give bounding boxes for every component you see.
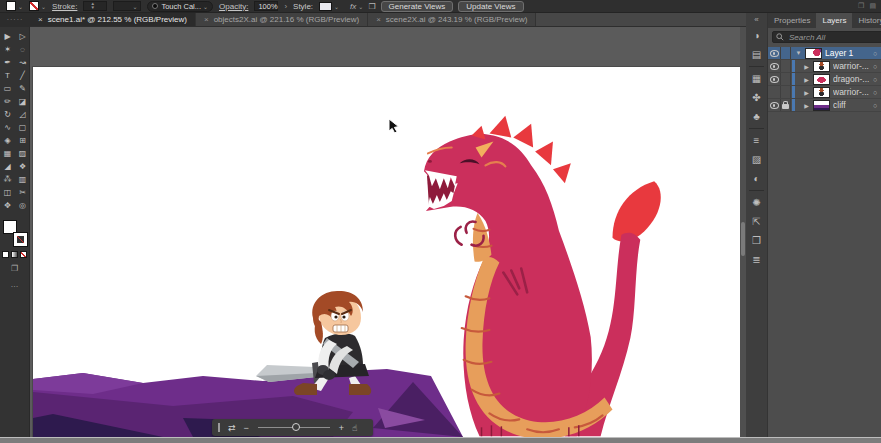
search-box[interactable] <box>772 31 881 43</box>
fill-chevron-icon[interactable]: ⌄ <box>18 3 23 10</box>
stroke-chevron-icon[interactable]: ⌄ <box>41 3 46 10</box>
gradient-panel-icon[interactable]: ▨ <box>746 150 767 169</box>
expand-chevron-icon[interactable]: ▼ <box>794 50 803 56</box>
tab-close-icon[interactable]: × <box>38 15 43 24</box>
type-tool-icon[interactable]: T <box>0 69 15 82</box>
zoom-tool-icon[interactable]: ◎ <box>15 199 30 212</box>
lock-toggle[interactable] <box>781 99 791 111</box>
layer-name[interactable]: Layer 1 <box>825 48 869 58</box>
layer-name[interactable]: dragon-... <box>833 74 869 84</box>
effects-icon[interactable]: fx <box>350 2 356 11</box>
column-graph-tool-icon[interactable]: ▥ <box>15 173 30 186</box>
layer-row[interactable]: ▶ warrior-... ○ <box>768 86 881 99</box>
line-tool-icon[interactable]: ╱ <box>15 69 30 82</box>
swatches-panel-icon[interactable]: ▤ <box>746 45 767 64</box>
stroke-weight-stepper[interactable]: ▲▼ <box>83 1 107 11</box>
toolbox-header[interactable]: ····· <box>0 13 30 27</box>
none-mode-icon[interactable] <box>20 251 27 258</box>
tab-close-icon[interactable]: × <box>204 15 209 24</box>
symbols-panel-icon[interactable]: ✤ <box>746 88 767 107</box>
warrior-illustration[interactable] <box>255 288 390 396</box>
transparency-panel-icon[interactable]: ◐ <box>746 169 767 188</box>
eyedropper-tool-icon[interactable]: ◢ <box>0 160 15 173</box>
rotate-tool-icon[interactable]: ↻ <box>0 108 15 121</box>
tab-layers[interactable]: Layers <box>816 13 852 28</box>
lock-toggle[interactable] <box>781 86 791 98</box>
style-chevron-icon[interactable]: ⌄ <box>334 3 339 10</box>
stroke-color-swatch[interactable] <box>29 1 39 11</box>
artboards-panel-icon[interactable]: ❐ <box>746 231 767 250</box>
direct-selection-tool-icon[interactable]: ▷ <box>15 30 30 43</box>
tab-properties[interactable]: Properties <box>768 13 816 28</box>
layer-thumbnail[interactable] <box>813 87 830 98</box>
lock-toggle[interactable] <box>781 47 791 59</box>
layer-row[interactable]: ▶ warrior-... ○ <box>768 60 881 73</box>
layers-panel-icon[interactable]: ≣ <box>746 250 767 269</box>
artboard-tool-icon[interactable]: ◫ <box>0 186 15 199</box>
document-setup-icon[interactable]: ❒ <box>368 2 375 11</box>
document-tab[interactable]: × objects2X.ai @ 221.16 % (RGB/Preview) <box>196 13 368 26</box>
fill-swatch[interactable] <box>3 220 17 234</box>
toolbox-overflow-icon[interactable]: … <box>0 280 29 290</box>
layer-target-icon[interactable]: ○ <box>869 63 881 70</box>
workspace-icon[interactable]: ❐ <box>858 2 864 10</box>
draw-mode-icon[interactable]: ❐ <box>0 264 29 274</box>
expand-chevron-icon[interactable]: ▶ <box>802 76 811 83</box>
touch-mode-icon[interactable]: ☝ <box>352 423 357 433</box>
scrollbar-thumb[interactable] <box>741 222 745 256</box>
brush-definition-dropdown[interactable]: Touch Cal... ⌄ <box>147 1 213 12</box>
opacity-expand-icon[interactable]: › <box>284 2 287 11</box>
zoom-slider-track[interactable] <box>258 427 330 428</box>
fill-color-swatch[interactable] <box>6 1 16 11</box>
curvature-tool-icon[interactable]: ↝ <box>15 56 30 69</box>
effects-chevron-icon[interactable]: ⌄ <box>358 3 363 10</box>
layer-row[interactable]: ▶ cliff ○ <box>768 99 881 112</box>
opacity-label[interactable]: Opacity: <box>219 2 248 11</box>
graphic-styles-panel-icon[interactable]: ♣ <box>746 107 767 126</box>
expand-chevron-icon[interactable]: ▶ <box>802 63 811 70</box>
layer-name[interactable]: cliff <box>833 100 869 110</box>
rectangle-tool-icon[interactable]: ▭ <box>0 82 15 95</box>
generate-views-button[interactable]: Generate Views <box>381 1 454 12</box>
canvas-pasteboard[interactable]: ⇄ − + ☝ <box>30 27 746 437</box>
scale-tool-icon[interactable]: ◿ <box>15 108 30 121</box>
layer-row[interactable]: ▼ Layer 1 ○ <box>768 47 881 60</box>
stroke-swatch[interactable] <box>14 233 27 246</box>
zoom-in-button[interactable]: + <box>339 423 344 433</box>
blend-tool-icon[interactable]: ❖ <box>15 160 30 173</box>
style-swatch[interactable] <box>319 2 332 11</box>
selection-tool-icon[interactable]: ▶ <box>0 30 15 43</box>
stroke-label[interactable]: Stroke: <box>52 2 77 11</box>
update-views-button[interactable]: Update Views <box>458 1 523 12</box>
tab-history[interactable]: History <box>852 13 881 28</box>
pencil-tool-icon[interactable]: ✏ <box>0 95 15 108</box>
drag-handle[interactable] <box>218 423 220 432</box>
layer-target-icon[interactable]: ○ <box>869 102 881 109</box>
layer-thumbnail[interactable] <box>813 61 830 72</box>
layer-row[interactable]: ▶ dragon-... ○ <box>768 73 881 86</box>
gradient-tool-icon[interactable]: ▨ <box>15 147 30 160</box>
artboard[interactable] <box>33 67 740 437</box>
hand-tool-icon[interactable]: ✥ <box>0 199 15 212</box>
variable-width-dropdown[interactable]: ⌄ <box>113 1 141 11</box>
width-tool-icon[interactable]: ∿ <box>0 121 15 134</box>
zoom-out-button[interactable]: − <box>244 423 249 433</box>
perspective-grid-tool-icon[interactable]: ⊞ <box>15 134 30 147</box>
layer-name[interactable]: warrior-... <box>833 61 869 71</box>
document-tab[interactable]: × scene1.ai* @ 212.55 % (RGB/Preview) <box>30 13 196 26</box>
layer-name[interactable]: warrior-... <box>833 87 869 97</box>
lock-toggle[interactable] <box>781 60 791 72</box>
app-menu-icon[interactable]: ▤ <box>869 2 876 10</box>
layer-target-icon[interactable]: ○ <box>869 89 881 96</box>
stepper-arrows-icon[interactable]: ▲▼ <box>90 2 94 10</box>
layer-target-icon[interactable]: ○ <box>869 76 881 83</box>
color-panel-icon[interactable]: ◑ <box>746 26 767 45</box>
layer-thumbnail[interactable] <box>805 48 822 59</box>
expand-chevron-icon[interactable]: ▶ <box>802 89 811 96</box>
paintbrush-tool-icon[interactable]: ✎ <box>15 82 30 95</box>
visibility-toggle[interactable] <box>768 47 781 59</box>
symbol-sprayer-tool-icon[interactable]: ⁂ <box>0 173 15 186</box>
lock-toggle[interactable] <box>781 73 791 85</box>
layer-target-icon[interactable]: ○ <box>869 50 881 57</box>
style-label[interactable]: Style: <box>293 2 313 11</box>
